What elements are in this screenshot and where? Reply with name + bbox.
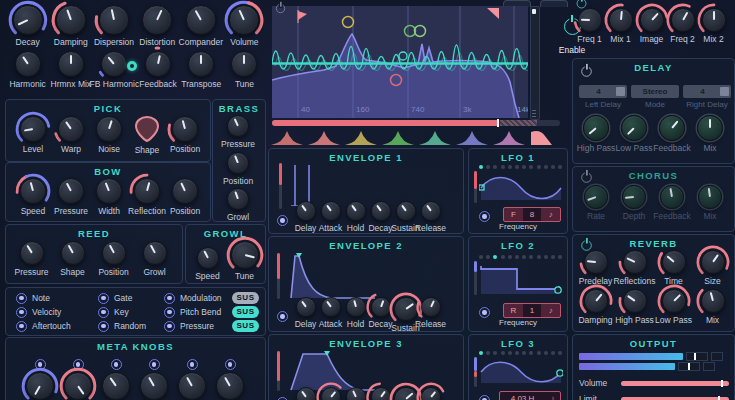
step-dot[interactable] [537,351,541,355]
toggle-pitch-bend[interactable]: Pitch Bend [164,305,222,319]
step-dot[interactable] [558,165,562,169]
step-dot[interactable] [493,255,497,259]
lfo-3-wave-display[interactable] [479,357,563,387]
radio-icon[interactable] [16,321,27,332]
lfo1-select-radio[interactable] [479,211,490,222]
knob-mix-2[interactable]: Mix 2 [698,8,729,44]
env1-depth-slider[interactable] [279,163,282,209]
step-dot[interactable] [537,165,541,169]
knob-level[interactable]: Level [14,116,52,155]
knob-dispersion[interactable]: Dispersion [92,5,135,47]
knob-tune[interactable]: Tune [223,51,266,89]
step-dot[interactable] [479,351,483,355]
radio-icon[interactable] [164,293,175,304]
knob-volume[interactable]: Volume [223,5,266,47]
step-dot[interactable] [529,351,533,355]
knob-knob[interactable] [418,387,443,400]
knob-low-pass[interactable]: Low Pass [654,289,693,325]
toggle-pressure[interactable]: Pressure [164,319,222,333]
step-dot[interactable] [486,255,490,259]
knob-high-pass[interactable]: High Pass [615,289,654,325]
left-delay-field[interactable]: 4 Left Delay [579,85,627,109]
step-dot[interactable] [479,165,483,169]
lfo-2-steps[interactable] [479,255,562,259]
knob-pressure[interactable]: Pressure [215,115,261,149]
env1-select-radio[interactable] [277,215,288,226]
knob-knob[interactable] [59,372,97,400]
knob-mix[interactable]: Mix [693,289,732,325]
knob-release[interactable]: Release [418,201,443,233]
step-dot[interactable] [493,165,497,169]
limit-slider[interactable] [621,397,729,400]
spectrum-zoom-slider[interactable] [272,120,560,126]
step-dot[interactable] [515,255,519,259]
step-dot[interactable] [486,165,490,169]
lfo-3-steps[interactable] [479,351,562,355]
knob-knob[interactable] [97,372,135,400]
step-dot[interactable] [522,351,526,355]
step-dot[interactable] [544,351,548,355]
knob-shape[interactable]: Shape [128,116,166,155]
knob-decay[interactable]: Decay [6,5,49,47]
lfo2-select-radio[interactable] [479,307,490,318]
knob-growl[interactable]: Growl [134,241,175,277]
knob-feedback[interactable]: Feedback [136,51,179,89]
lfo-3-frequency-box[interactable]: 4.03 H ♪ [499,391,561,400]
knob-feedback[interactable]: Feedback [653,185,691,221]
step-dot[interactable] [493,351,497,355]
step-dot[interactable] [558,351,562,355]
step-dot[interactable] [558,255,562,259]
toggle-note[interactable]: Note [16,291,71,305]
lfo-2-wave-display[interactable] [479,262,563,298]
knob-position[interactable]: Position [166,116,204,155]
radio-icon[interactable] [98,293,109,304]
toggle-velocity[interactable]: Velocity [16,305,71,319]
knob-image[interactable]: Image [636,8,667,44]
radio-icon[interactable] [16,293,27,304]
knob-knob[interactable] [173,372,211,400]
lfo-2-frequency-box[interactable]: R 1 ♪ [503,303,561,318]
lfo-1-steps[interactable] [479,165,562,169]
step-dot[interactable] [522,165,526,169]
knob-tune[interactable]: Tune [226,241,263,281]
step-dot[interactable] [522,255,526,259]
slider-handle[interactable] [497,119,499,127]
radio-icon[interactable] [164,307,175,318]
step-dot[interactable] [501,255,505,259]
delay-mode-field[interactable]: Stereo Mode [631,85,679,109]
step-dot[interactable] [551,351,555,355]
knob-reflections[interactable]: Reflections [615,250,654,286]
right-delay-field[interactable]: 4 Right Delay [683,85,731,109]
knob-knob[interactable] [135,372,173,400]
sus-badge[interactable]: SUS [232,306,259,318]
lfo-1-wave-display[interactable] [479,172,563,204]
lfo2-depth-slider[interactable] [474,261,477,295]
env2-depth-slider[interactable] [277,253,280,299]
step-dot[interactable] [479,255,483,259]
knob-shape[interactable]: Shape [52,241,93,277]
lfo-1-frequency-box[interactable]: F 8 ♪ [503,207,561,222]
knob-mix[interactable]: Mix [691,185,729,221]
step-dot[interactable] [529,255,533,259]
lfo3-depth-slider[interactable] [474,357,477,387]
knob-distortion[interactable]: Distortion [136,5,179,47]
knob-position[interactable]: Position [166,178,204,216]
step-dot[interactable] [501,351,505,355]
knob-harmonic[interactable]: Harmonic [6,51,49,89]
knob-size[interactable]: Size [693,250,732,286]
knob-rate[interactable]: Rate [577,185,615,221]
env2-select-radio[interactable] [277,311,288,322]
step-dot[interactable] [544,165,548,169]
knob-growl[interactable]: Growl [215,188,261,222]
knob-depth[interactable]: Depth [615,185,653,221]
knob-pressure[interactable]: Pressure [11,241,52,277]
knob-knob[interactable] [211,372,249,400]
knob-predelay[interactable]: Predelay [576,250,615,286]
toggle-gate[interactable]: Gate [98,291,146,305]
sus-badge[interactable]: SUS [232,320,259,332]
knob-knob[interactable] [21,372,59,400]
lfo3-select-radio[interactable] [479,395,490,400]
band-shapes-row[interactable] [270,128,560,146]
knob-mix[interactable]: Mix [691,115,729,153]
step-dot[interactable] [486,351,490,355]
